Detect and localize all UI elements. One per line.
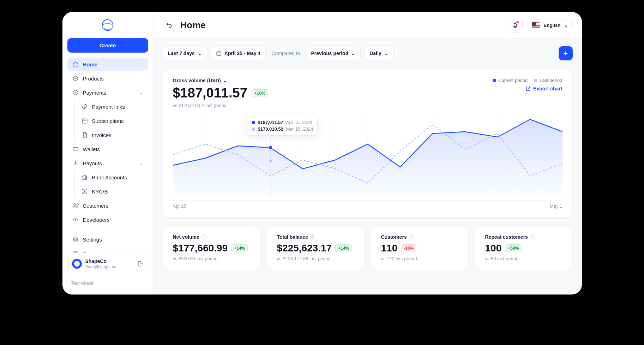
account-name: ShapeCo xyxy=(85,258,134,264)
chevron-down-icon: ⌄ xyxy=(223,78,227,83)
metric-value: $187,011.57 +10% xyxy=(173,85,268,101)
topbar: Home English ⌄ xyxy=(154,12,582,38)
stat-sub: vs $300.00 last period xyxy=(173,256,250,261)
delta-badge: -10% xyxy=(401,244,416,252)
stat-sub: vs 122 last period xyxy=(381,256,458,261)
sidebar-item-subscriptions[interactable]: Subscriptions xyxy=(78,114,148,127)
delta-badge: +14% xyxy=(231,244,248,252)
notifications-button[interactable] xyxy=(508,18,523,32)
chart-area: $187,011.57Apr 15, 2024 $170,010.52Mar 1… xyxy=(173,116,562,209)
svg-point-1 xyxy=(102,23,113,29)
chevron-down-icon: ⌄ xyxy=(198,50,202,56)
sidebar-item-label: Settings xyxy=(83,237,102,243)
language-button[interactable]: English ⌄ xyxy=(528,19,572,31)
sidebar-item-bank-accounts[interactable]: Bank Accounts xyxy=(78,171,148,184)
sidebar-item-label: Products xyxy=(83,76,104,82)
sidebar-item-support[interactable]: Support xyxy=(67,247,148,252)
sidebar-item-developers[interactable]: Developers xyxy=(67,213,148,226)
sidebar-item-label: Home xyxy=(83,61,98,67)
users-icon xyxy=(72,202,79,209)
sidebar-item-wallets[interactable]: Wallets xyxy=(67,142,148,156)
svg-point-26 xyxy=(268,145,272,150)
stat-customers[interactable]: Customersi 110-10% vs 122 last period xyxy=(371,225,469,270)
sidebar-item-label: Support xyxy=(83,251,102,252)
stat-total-balance[interactable]: Total balancei $225,623.17+14% vs $205,1… xyxy=(267,225,365,270)
sidebar-sub-payouts: Bank Accounts KYC/B xyxy=(66,171,150,198)
back-button[interactable] xyxy=(163,19,175,31)
bank-icon xyxy=(82,174,88,180)
undo-icon xyxy=(166,22,172,28)
granularity-select[interactable]: Daily ⌄ xyxy=(364,47,393,60)
add-button[interactable] xyxy=(559,46,573,60)
scan-icon xyxy=(82,188,88,195)
chart-xaxis: Apr 25 May 1 xyxy=(173,203,562,209)
compared-label: Compared to xyxy=(271,50,300,56)
account-card[interactable]: ShapeCo Scott@shape.co xyxy=(67,255,148,273)
sidebar-item-label: Payment links xyxy=(92,104,125,110)
export-label: Export chart xyxy=(533,86,562,91)
main: Home English ⌄ Last 7 days ⌄ xyxy=(154,12,582,295)
date-range-label: Last 7 days xyxy=(168,50,195,56)
stat-repeat-customers[interactable]: Repeat customersi 100+50% vs 50 last per… xyxy=(475,225,573,270)
sidebar-item-products[interactable]: Products xyxy=(67,72,148,85)
app-logo xyxy=(66,18,150,32)
sidebar-item-payouts[interactable]: Payouts ⌄ xyxy=(67,156,148,170)
sidebar-item-home[interactable]: Home xyxy=(67,58,148,71)
account-email: Scott@shape.co xyxy=(85,264,134,269)
svg-rect-3 xyxy=(82,119,87,123)
compare-select[interactable]: Previous period ⌄ xyxy=(306,47,361,60)
svg-point-27 xyxy=(268,159,272,163)
sidebar-item-invoices[interactable]: Invoices xyxy=(78,128,148,142)
test-mode-label: Test Mode xyxy=(66,278,150,288)
info-icon: i xyxy=(201,234,206,239)
date-picker[interactable]: April 25 - May 1 xyxy=(211,47,266,60)
date-range-text: April 25 - May 1 xyxy=(224,50,261,56)
stat-value: $225,623.17 xyxy=(277,243,332,254)
sidebar-item-payment-links[interactable]: Payment links xyxy=(78,100,148,113)
stats-grid: Net volumei $177,660.99+14% vs $300.00 l… xyxy=(163,225,573,270)
tooltip-last-value: $170,010.52 xyxy=(258,126,283,132)
stat-net-volume[interactable]: Net volumei $177,660.99+14% vs $300.00 l… xyxy=(163,225,260,270)
sidebar-item-kycb[interactable]: KYC/B xyxy=(78,185,148,198)
calendar-icon xyxy=(216,50,222,56)
device-frame: Create Home Products Payments ⌄ Payment … xyxy=(58,7,587,299)
delta-badge: +50% xyxy=(505,244,522,252)
stat-sub: vs 50 last period xyxy=(485,256,562,261)
chevron-down-icon: ⌄ xyxy=(351,50,355,56)
chevron-down-icon: ⌄ xyxy=(384,50,389,56)
create-button[interactable]: Create xyxy=(67,38,148,53)
svg-rect-10 xyxy=(217,52,221,55)
sidebar-item-settings[interactable]: Settings xyxy=(67,233,148,246)
tooltip-current-date: Apr 15, 2024 xyxy=(286,120,312,125)
metric-label[interactable]: Gross volume (USD) ⌄ xyxy=(173,78,268,83)
us-flag-icon xyxy=(532,22,540,28)
sidebar-item-payments[interactable]: Payments ⌄ xyxy=(67,86,148,99)
chart-legend: Current period Last period Export chart xyxy=(493,78,562,91)
legend-last: Last period xyxy=(534,78,562,83)
chart-tooltip: $187,011.57Apr 15, 2024 $170,010.52Mar 1… xyxy=(247,116,318,136)
gross-volume-card: Gross volume (USD) ⌄ $187,011.57 +10% vs… xyxy=(163,69,573,218)
stat-label: Customers xyxy=(381,234,407,240)
sidebar-item-label: Invoices xyxy=(92,132,112,138)
compare-label: Previous period xyxy=(311,50,348,56)
info-icon: i xyxy=(409,234,414,239)
link-icon xyxy=(82,103,88,110)
sidebar: Create Home Products Payments ⌄ Payment … xyxy=(62,12,154,295)
legend-current: Current period xyxy=(493,78,528,83)
stat-value: 100 xyxy=(485,243,502,254)
delta-badge: +14% xyxy=(335,244,352,252)
sidebar-item-label: Customers xyxy=(83,203,109,209)
stat-value: $177,660.99 xyxy=(173,243,228,254)
sidebar-item-label: KYC/B xyxy=(92,189,108,195)
stat-label: Total balance xyxy=(277,234,308,240)
document-icon xyxy=(82,132,88,138)
logout-icon[interactable] xyxy=(137,261,144,267)
export-chart-button[interactable]: Export chart xyxy=(525,86,562,91)
payments-icon xyxy=(72,89,79,96)
stat-value: 110 xyxy=(381,243,398,254)
sidebar-item-customers[interactable]: Customers xyxy=(67,199,148,212)
language-label: English xyxy=(543,23,560,28)
date-range-select[interactable]: Last 7 days ⌄ xyxy=(163,47,207,60)
tooltip-current-value: $187,011.57 xyxy=(258,120,283,125)
sidebar-item-label: Developers xyxy=(83,217,110,223)
